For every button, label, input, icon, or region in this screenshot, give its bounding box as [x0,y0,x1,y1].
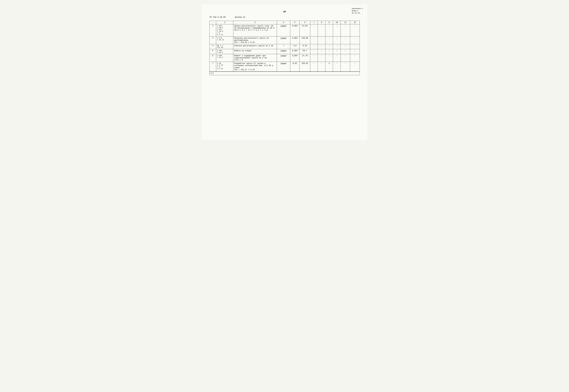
table-row: 7I-56т.I-I4т.Ч.п.I.IIРазработка грунта I… [209,62,360,72]
th-11: 11 [341,21,350,24]
th-12: 12 [350,21,360,24]
table-row: 4ЦБ ч.Iстр.28Отвозка растительного грунт… [209,44,360,49]
doc-album: Альбом VI [235,16,245,18]
th-2: 2 [216,21,233,24]
th-6: 6 [299,21,310,24]
th-3: 3 [233,21,277,24]
table-row: 2I-230т.29-II-237т.29-8т.Ч.п.I.IIСрезка … [209,24,360,37]
th-5: 5 [290,21,299,24]
doc-header: ТП 704-3-38.85 Альбом VI [209,16,360,18]
main-table: - 2 3 4 5 6 7 8 9 10 11 12 2I-230т.29-II… [209,21,360,75]
page-container: Приложение 8 Форма 5 ОН 23Т-03 36 ТП 704… [202,4,367,140]
page-number: 36 [209,11,360,13]
th-10: 10 [333,21,341,24]
table-row: 5I-I94т.25-IРаботы на отвале1000м30,004I… [209,49,360,54]
th-9: 9 [325,21,333,24]
footer-row: 3-3 [209,71,360,75]
th-1: - [209,21,216,24]
top-right-info: Приложение 8 Форма 5 ОН 23Т-03 [352,8,363,14]
th-7: 7 [310,21,318,24]
table-row: 6I-I88т.24-IРемонт и содержание дорог пр… [209,54,360,62]
th-4: 4 [277,21,290,24]
table-row: 3I-I74т.32-I3Погрузка растительного грун… [209,37,360,44]
table-header-row: - 2 3 4 5 6 7 8 9 10 11 12 [209,21,360,24]
th-8: 8 [318,21,325,24]
doc-code: ТП 704-3-38.85 [209,16,226,18]
